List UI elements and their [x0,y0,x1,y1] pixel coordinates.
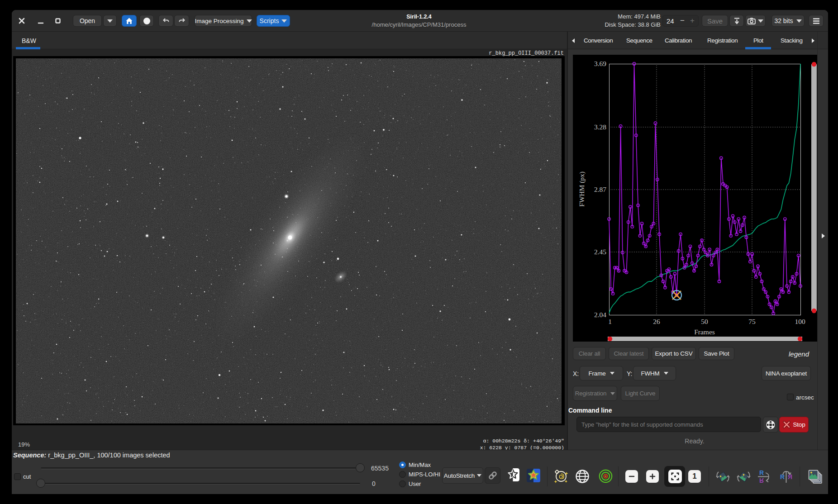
svg-text:2.87: 2.87 [594,185,606,193]
svg-text:26: 26 [653,318,660,325]
svg-text:R: R [780,473,785,480]
svg-text:R: R [759,477,764,484]
svg-text:R: R [759,469,764,476]
svg-text:1: 1 [608,318,612,325]
svg-text:50: 50 [701,318,708,325]
svg-text:3.28: 3.28 [594,123,606,131]
svg-text:FWHM (px): FWHM (px) [578,171,586,207]
svg-text:75: 75 [748,318,756,325]
svg-text:2.45: 2.45 [594,248,606,256]
svg-text:Frames: Frames [694,328,715,336]
svg-text:2.04: 2.04 [594,311,606,319]
svg-text:100: 100 [795,318,805,325]
svg-text:3.69: 3.69 [594,60,606,67]
